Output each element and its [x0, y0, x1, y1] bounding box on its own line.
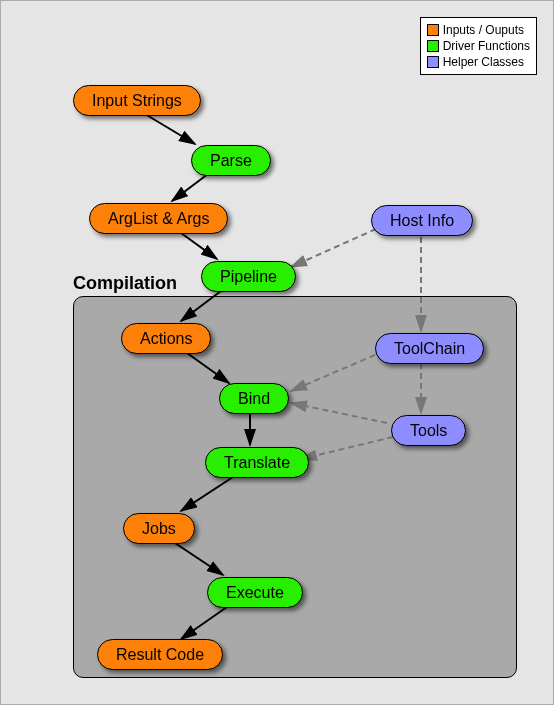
- node-host-info: Host Info: [371, 205, 473, 236]
- legend-row-inputs: Inputs / Ouputs: [427, 22, 530, 38]
- node-toolchain: ToolChain: [375, 333, 484, 364]
- node-result-code: Result Code: [97, 639, 223, 670]
- node-bind: Bind: [219, 383, 289, 414]
- legend-row-driver: Driver Functions: [427, 38, 530, 54]
- svg-line-0: [145, 114, 195, 144]
- legend-label-helper: Helper Classes: [443, 54, 524, 70]
- legend-box: Inputs / Ouputs Driver Functions Helper …: [420, 17, 537, 75]
- legend-swatch-purple: [427, 56, 439, 68]
- legend-swatch-green: [427, 40, 439, 52]
- node-pipeline: Pipeline: [201, 261, 296, 292]
- legend-label-inputs: Inputs / Ouputs: [443, 22, 524, 38]
- legend-row-helper: Helper Classes: [427, 54, 530, 70]
- node-tools: Tools: [391, 415, 466, 446]
- node-translate: Translate: [205, 447, 309, 478]
- node-input-strings: Input Strings: [73, 85, 201, 116]
- diagram-canvas: Inputs / Ouputs Driver Functions Helper …: [0, 0, 554, 705]
- legend-label-driver: Driver Functions: [443, 38, 530, 54]
- node-actions: Actions: [121, 323, 211, 354]
- node-execute: Execute: [207, 577, 303, 608]
- group-label-compilation: Compilation: [73, 273, 177, 294]
- svg-line-1: [172, 174, 208, 201]
- node-arglist-args: ArgList & Args: [89, 203, 228, 234]
- node-jobs: Jobs: [123, 513, 195, 544]
- node-parse: Parse: [191, 145, 271, 176]
- svg-line-2: [181, 233, 217, 259]
- legend-swatch-orange: [427, 24, 439, 36]
- svg-line-9: [291, 229, 376, 267]
